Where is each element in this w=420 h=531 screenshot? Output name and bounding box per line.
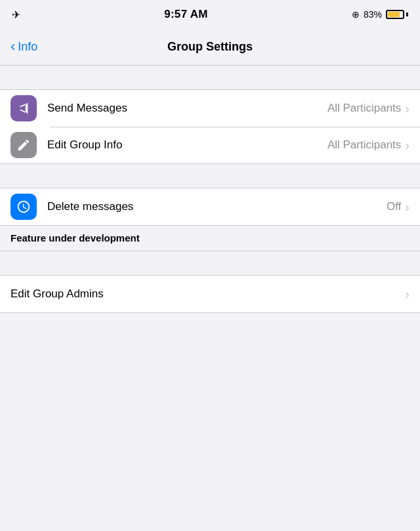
back-button[interactable]: ‹ Info — [10, 40, 37, 54]
nav-bar: ‹ Info Group Settings — [0, 29, 420, 66]
edit-group-info-value: All Participants — [327, 138, 401, 152]
section-mid-gap-2 — [0, 251, 420, 275]
delete-messages-label: Delete messages — [47, 200, 387, 213]
status-bar: ✈ 9:57 AM ⊕ 83% — [0, 0, 420, 29]
battery-percent: 83% — [364, 9, 382, 20]
back-label: Info — [18, 40, 37, 54]
edit-group-admins-label: Edit Group Admins — [10, 287, 405, 301]
send-messages-chevron-icon: › — [405, 101, 410, 116]
lock-icon: ⊕ — [352, 9, 360, 20]
section-mid-gap-1 — [0, 164, 420, 188]
feature-badge: Feature under development — [0, 226, 420, 251]
permissions-section: Send Messages All Participants › Edit Gr… — [0, 89, 420, 164]
time-display: 9:57 AM — [164, 8, 208, 21]
send-messages-label: Send Messages — [47, 102, 327, 115]
airplane-mode-icon: ✈ — [12, 9, 20, 21]
section-gap-top — [0, 66, 420, 89]
edit-group-info-label: Edit Group Info — [47, 138, 327, 152]
delete-messages-item[interactable]: Delete messages Off › — [0, 188, 420, 225]
send-messages-value: All Participants — [327, 102, 401, 115]
megaphone-icon — [10, 95, 37, 121]
timer-icon — [10, 194, 37, 220]
battery-icon — [386, 10, 408, 19]
delete-messages-value: Off — [387, 200, 401, 213]
send-messages-item[interactable]: Send Messages All Participants › — [0, 90, 420, 127]
status-right: ⊕ 83% — [352, 9, 408, 20]
feature-badge-text: Feature under development — [10, 232, 140, 244]
page-title: Group Settings — [167, 40, 253, 54]
edit-group-admins-item[interactable]: Edit Group Admins › — [0, 276, 420, 312]
delete-messages-chevron-icon: › — [405, 200, 410, 215]
edit-group-info-item[interactable]: Edit Group Info All Participants › — [0, 127, 420, 163]
edit-group-admins-chevron-icon: › — [405, 287, 410, 302]
admins-section: Edit Group Admins › — [0, 275, 420, 313]
pencil-icon — [10, 132, 37, 158]
edit-group-info-chevron-icon: › — [405, 138, 410, 153]
back-chevron-icon: ‹ — [10, 39, 15, 54]
delete-section: Delete messages Off › — [0, 188, 420, 226]
